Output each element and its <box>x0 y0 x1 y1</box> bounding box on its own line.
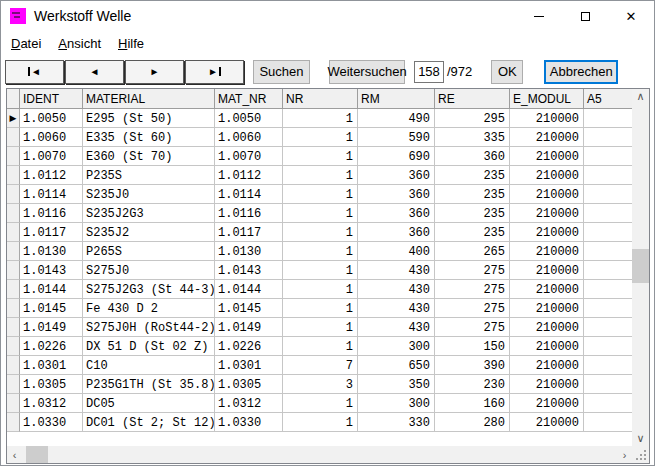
table-row[interactable]: 1.0070E360 (St 70)1.00701690360210000 <box>7 147 632 166</box>
table-cell[interactable]: 1.0144 <box>20 280 83 299</box>
table-cell[interactable]: 1.0226 <box>215 337 283 356</box>
table-row[interactable]: 1.0117S235J21.01171360235210000 <box>7 223 632 242</box>
table-cell[interactable]: 210000 <box>510 204 584 223</box>
row-selector[interactable] <box>7 356 20 375</box>
table-cell[interactable]: 1.0114 <box>215 185 283 204</box>
table-cell[interactable]: 590 <box>358 128 435 147</box>
scroll-left-button[interactable]: ‹ <box>7 446 22 463</box>
table-row[interactable]: 1.0143S275J01.01431430275210000 <box>7 261 632 280</box>
row-selector[interactable] <box>7 242 20 261</box>
table-cell[interactable]: 1 <box>283 204 358 223</box>
table-cell[interactable]: 275 <box>435 299 510 318</box>
table-cell[interactable]: 210000 <box>510 318 584 337</box>
table-cell[interactable]: 1 <box>283 261 358 280</box>
table-cell[interactable] <box>584 166 632 185</box>
maximize-button[interactable] <box>562 1 608 31</box>
table-cell[interactable]: 1.0145 <box>20 299 83 318</box>
table-cell[interactable]: 490 <box>358 109 435 128</box>
scroll-down-button[interactable]: ∨ <box>632 431 649 446</box>
table-cell[interactable]: S235J2G3 <box>83 204 215 223</box>
table-cell[interactable]: 160 <box>435 394 510 413</box>
table-cell[interactable]: 1.0301 <box>20 356 83 375</box>
table-cell[interactable]: 430 <box>358 280 435 299</box>
table-cell[interactable]: 1 <box>283 337 358 356</box>
table-row[interactable]: ▶1.0050E295 (St 50)1.00501490295210000 <box>7 109 632 128</box>
row-selector[interactable] <box>7 299 20 318</box>
table-cell[interactable]: 1.0116 <box>20 204 83 223</box>
table-cell[interactable]: 1.0149 <box>20 318 83 337</box>
table-row[interactable]: 1.0312DC051.03121300160210000 <box>7 394 632 413</box>
column-header[interactable]: E_MODUL <box>510 89 584 109</box>
table-cell[interactable]: 1.0301 <box>215 356 283 375</box>
row-selector[interactable] <box>7 318 20 337</box>
table-cell[interactable] <box>584 375 632 394</box>
row-selector[interactable] <box>7 394 20 413</box>
table-cell[interactable]: 275 <box>435 261 510 280</box>
table-cell[interactable]: 295 <box>435 109 510 128</box>
table-cell[interactable]: 1.0143 <box>215 261 283 280</box>
table-row[interactable]: 1.0144S275J2G3 (St 44-3)1.01441430275210… <box>7 280 632 299</box>
table-cell[interactable]: C10 <box>83 356 215 375</box>
menu-hilfe[interactable]: Hilfe <box>113 34 149 53</box>
vertical-scrollbar-thumb[interactable] <box>632 249 649 283</box>
table-cell[interactable] <box>584 299 632 318</box>
table-cell[interactable]: 1 <box>283 413 358 432</box>
table-cell[interactable]: 1.0143 <box>20 261 83 280</box>
row-selector[interactable] <box>7 337 20 356</box>
table-cell[interactable]: 210000 <box>510 413 584 432</box>
table-cell[interactable]: 1.0112 <box>20 166 83 185</box>
first-record-button[interactable]: ◄ <box>5 60 64 84</box>
row-selector[interactable] <box>7 204 20 223</box>
table-cell[interactable] <box>584 280 632 299</box>
table-cell[interactable]: 1 <box>283 223 358 242</box>
table-cell[interactable]: P265S <box>83 242 215 261</box>
row-selector[interactable] <box>7 413 20 432</box>
row-selector[interactable] <box>7 185 20 204</box>
scroll-up-button[interactable]: ∧ <box>632 89 649 104</box>
table-cell[interactable]: 3 <box>283 375 358 394</box>
table-cell[interactable] <box>584 318 632 337</box>
record-number-input[interactable] <box>414 61 444 83</box>
row-selector[interactable]: ▶ <box>7 109 20 128</box>
table-cell[interactable]: 1 <box>283 147 358 166</box>
table-cell[interactable]: 1 <box>283 242 358 261</box>
table-cell[interactable]: 360 <box>435 147 510 166</box>
table-cell[interactable] <box>584 356 632 375</box>
table-cell[interactable]: 210000 <box>510 147 584 166</box>
table-cell[interactable]: 1.0144 <box>215 280 283 299</box>
scroll-right-button[interactable]: › <box>617 446 632 463</box>
table-cell[interactable]: 1 <box>283 109 358 128</box>
table-cell[interactable]: 1.0117 <box>20 223 83 242</box>
table-cell[interactable]: 1.0060 <box>215 128 283 147</box>
table-cell[interactable]: 1.0330 <box>20 413 83 432</box>
table-cell[interactable] <box>584 185 632 204</box>
column-header[interactable]: NR <box>283 89 358 109</box>
table-cell[interactable]: S275J0H (RoSt44-2) <box>83 318 215 337</box>
table-cell[interactable]: 690 <box>358 147 435 166</box>
table-cell[interactable]: 210000 <box>510 185 584 204</box>
table-cell[interactable]: 210000 <box>510 166 584 185</box>
table-cell[interactable]: E335 (St 60) <box>83 128 215 147</box>
table-cell[interactable]: 210000 <box>510 242 584 261</box>
table-cell[interactable]: 430 <box>358 299 435 318</box>
table-cell[interactable]: 1.0070 <box>20 147 83 166</box>
table-row[interactable]: 1.0330DC01 (St 2; St 12)1.03301330280210… <box>7 413 632 432</box>
column-header[interactable]: A5 <box>584 89 632 109</box>
table-row[interactable]: 1.0149S275J0H (RoSt44-2)1.01491430275210… <box>7 318 632 337</box>
table-cell[interactable]: 1 <box>283 394 358 413</box>
table-cell[interactable]: 230 <box>435 375 510 394</box>
menu-ansicht[interactable]: Ansicht <box>53 34 106 53</box>
table-cell[interactable]: 235 <box>435 166 510 185</box>
horizontal-scrollbar[interactable]: ‹ › <box>7 446 632 463</box>
table-cell[interactable]: 430 <box>358 261 435 280</box>
table-row[interactable]: 1.0145Fe 430 D 21.01451430275210000 <box>7 299 632 318</box>
table-cell[interactable]: 1.0312 <box>20 394 83 413</box>
table-cell[interactable]: 360 <box>358 204 435 223</box>
table-cell[interactable] <box>584 261 632 280</box>
next-record-button[interactable]: ► <box>125 60 184 84</box>
table-cell[interactable]: 210000 <box>510 299 584 318</box>
table-cell[interactable]: 265 <box>435 242 510 261</box>
cancel-button[interactable]: Abbrechen <box>544 60 618 84</box>
table-cell[interactable]: 1.0050 <box>215 109 283 128</box>
table-cell[interactable]: 1 <box>283 318 358 337</box>
